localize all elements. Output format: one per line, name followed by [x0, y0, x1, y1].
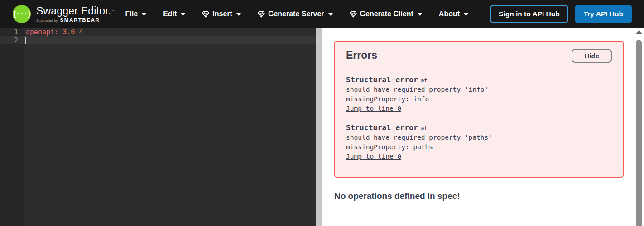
editor-line-2[interactable]: 2: [0, 36, 316, 44]
swagger-editor-logo[interactable]: {···} Swagger Editor.™ Supported by SMAR…: [13, 5, 115, 23]
menu-insert[interactable]: Insert: [202, 10, 241, 18]
try-api-hub-button[interactable]: Try API Hub: [575, 5, 632, 23]
error-message: should have required property 'paths': [346, 133, 612, 142]
swagger-logo-icon: {···}: [13, 5, 31, 23]
menu-bar: File Edit Insert Generate Server Genera: [125, 10, 468, 18]
preview-pane: Errors Hide Structural errorat should ha…: [322, 28, 644, 226]
code-editor[interactable]: 1 openapi: 3.0.4 2: [0, 28, 316, 226]
yaml-key: openapi: [26, 28, 54, 36]
logo-braces: {···}: [13, 10, 31, 18]
errors-header: Errors Hide: [346, 49, 612, 63]
chevron-down-icon: [418, 13, 422, 16]
text-cursor: [25, 37, 26, 44]
code-line-1: openapi: 3.0.4: [26, 28, 83, 36]
error-type-line: Structural errorat: [346, 123, 612, 133]
gem-icon: [202, 11, 209, 18]
supported-by-label: Supported by: [36, 19, 58, 23]
error-detail: missingProperty: paths: [346, 142, 612, 152]
error-message: should have required property 'info': [346, 85, 612, 94]
editor-line-1[interactable]: 1 openapi: 3.0.4: [0, 28, 316, 36]
sign-in-to-api-hub-button[interactable]: Sign in to API Hub: [490, 5, 568, 23]
jump-to-line-link[interactable]: Jump to line 0: [346, 152, 401, 161]
error-at-label: at: [421, 125, 428, 132]
trademark-mark: ™: [111, 9, 114, 13]
smartbear-logo-text: SMARTBEAR: [60, 17, 100, 23]
chevron-down-icon: [142, 13, 146, 16]
sponsor-line: Supported by SMARTBEAR: [36, 17, 115, 23]
error-detail: missingProperty: info: [346, 94, 612, 104]
yaml-value: 3.0.4: [58, 28, 83, 36]
error-item: Structural errorat should have required …: [346, 123, 612, 161]
brand-name: Swagger Editor.™: [36, 5, 115, 17]
menu-about[interactable]: About: [439, 10, 468, 18]
chevron-down-icon: [464, 13, 468, 16]
logo-text: Swagger Editor.™ Supported by SMARTBEAR: [36, 5, 115, 23]
error-type: Structural error: [346, 75, 418, 84]
split-pane-divider[interactable]: [316, 28, 322, 226]
scrollbar-thumb[interactable]: [636, 40, 642, 226]
hide-errors-button[interactable]: Hide: [572, 49, 612, 63]
error-item: Structural errorat should have required …: [346, 75, 612, 113]
no-operations-message: No operations defined in spec!: [334, 191, 460, 201]
yaml-colon: :: [54, 28, 58, 36]
navbar-buttons: Sign in to API Hub Try API Hub: [490, 5, 632, 23]
errors-panel: Errors Hide Structural errorat should ha…: [334, 41, 624, 178]
error-type-line: Structural errorat: [346, 75, 612, 85]
error-type: Structural error: [346, 123, 418, 132]
scroll-up-arrow-icon[interactable]: [636, 30, 642, 34]
chevron-down-icon: [181, 13, 185, 16]
top-navbar: {···} Swagger Editor.™ Supported by SMAR…: [0, 0, 644, 28]
line-number: 1: [0, 28, 18, 36]
chevron-down-icon: [236, 13, 241, 16]
gem-icon: [258, 11, 265, 18]
menu-generate-server[interactable]: Generate Server: [258, 10, 333, 18]
editor-gutter: [0, 28, 24, 226]
jump-to-line-link[interactable]: Jump to line 0: [346, 104, 401, 113]
chevron-down-icon: [328, 13, 333, 16]
error-at-label: at: [421, 77, 428, 84]
menu-file[interactable]: File: [125, 10, 147, 18]
menu-edit[interactable]: Edit: [163, 10, 185, 18]
gem-icon: [350, 11, 357, 18]
menu-generate-client[interactable]: Generate Client: [350, 10, 422, 18]
errors-title: Errors: [346, 49, 377, 61]
line-number: 2: [0, 36, 18, 44]
